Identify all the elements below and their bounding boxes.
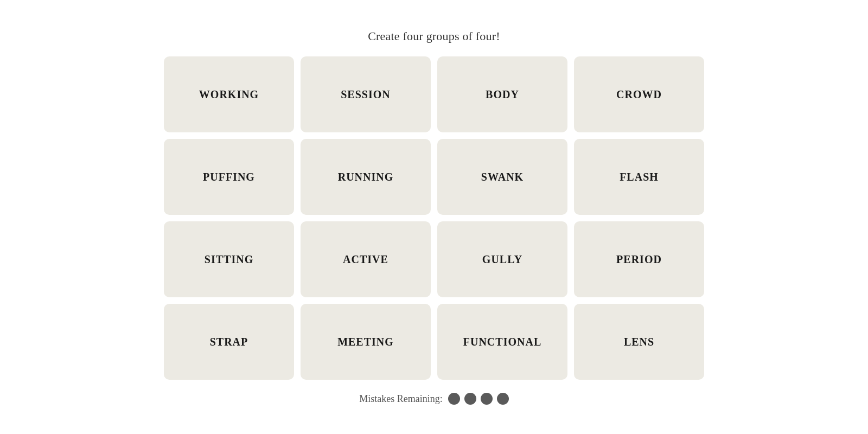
tile-label: FUNCTIONAL — [463, 336, 541, 348]
tile-puffing[interactable]: PUFFING — [164, 139, 294, 215]
tile-gully[interactable]: GULLY — [437, 221, 567, 297]
tile-label: PERIOD — [616, 253, 662, 266]
mistake-dot-2 — [464, 393, 476, 405]
mistake-dot-3 — [481, 393, 493, 405]
tile-functional[interactable]: FUNCTIONAL — [437, 304, 567, 380]
mistake-dot-1 — [448, 393, 460, 405]
tile-label: SITTING — [205, 253, 253, 266]
tile-grid: WORKINGSESSIONBODYCROWDPUFFINGRUNNINGSWA… — [164, 56, 704, 380]
tile-label: ACTIVE — [343, 253, 388, 266]
tile-crowd[interactable]: CROWD — [574, 56, 704, 132]
tile-label: BODY — [486, 88, 519, 101]
tile-label: SWANK — [481, 171, 524, 183]
tile-swank[interactable]: SWANK — [437, 139, 567, 215]
mistakes-dots — [448, 393, 509, 405]
tile-label: MEETING — [337, 336, 394, 348]
game-container: Create four groups of four! WORKINGSESSI… — [152, 18, 716, 416]
tile-running[interactable]: RUNNING — [301, 139, 431, 215]
tile-label: STRAP — [210, 336, 248, 348]
tile-label: PUFFING — [203, 171, 255, 183]
tile-label: CROWD — [616, 88, 662, 101]
tile-label: FLASH — [620, 171, 659, 183]
tile-label: WORKING — [199, 88, 259, 101]
tile-body[interactable]: BODY — [437, 56, 567, 132]
tile-label: RUNNING — [338, 171, 394, 183]
tile-lens[interactable]: LENS — [574, 304, 704, 380]
tile-sitting[interactable]: SITTING — [164, 221, 294, 297]
tile-label: LENS — [624, 336, 654, 348]
tile-working[interactable]: WORKING — [164, 56, 294, 132]
mistake-dot-4 — [497, 393, 509, 405]
tile-flash[interactable]: FLASH — [574, 139, 704, 215]
game-subtitle: Create four groups of four! — [368, 29, 500, 43]
mistakes-label: Mistakes Remaining: — [359, 393, 442, 405]
tile-label: SESSION — [341, 88, 391, 101]
tile-active[interactable]: ACTIVE — [301, 221, 431, 297]
tile-strap[interactable]: STRAP — [164, 304, 294, 380]
tile-meeting[interactable]: MEETING — [301, 304, 431, 380]
tile-label: GULLY — [482, 253, 522, 266]
tile-session[interactable]: SESSION — [301, 56, 431, 132]
tile-period[interactable]: PERIOD — [574, 221, 704, 297]
mistakes-row: Mistakes Remaining: — [359, 393, 508, 405]
